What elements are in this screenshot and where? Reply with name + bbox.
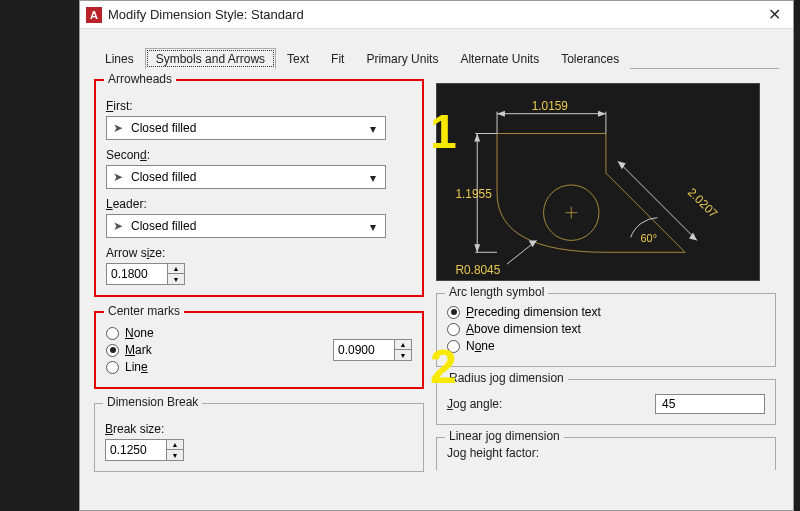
svg-line-13: [618, 161, 697, 240]
center-marks-title: Center marks: [104, 304, 184, 318]
close-button[interactable]: ✕: [759, 3, 789, 25]
tab-tolerances[interactable]: Tolerances: [550, 48, 630, 69]
center-size-input[interactable]: [334, 340, 394, 360]
first-arrowhead-value: Closed filled: [131, 121, 196, 135]
first-arrowhead-combo[interactable]: ➤ Closed filled ▾: [106, 116, 386, 140]
break-size-spinner[interactable]: ▲ ▼: [105, 439, 184, 461]
arrowheads-title: Arrowheads: [104, 72, 176, 86]
arrow-size-up[interactable]: ▲: [168, 264, 184, 274]
titlebar: A Modify Dimension Style: Standard ✕: [80, 1, 793, 29]
linear-jog-title: Linear jog dimension: [445, 429, 564, 443]
radius-jog-group: Radius jog dimension Jog angle:: [436, 379, 776, 425]
jog-height-factor-label: Jog height factor:: [447, 446, 539, 460]
center-line-radio[interactable]: Line: [106, 360, 333, 374]
center-marks-group: Center marks None Mark Line ▲ ▼: [94, 311, 424, 389]
tab-fit[interactable]: Fit: [320, 48, 355, 69]
arc-none-radio[interactable]: None: [447, 339, 765, 353]
dimension-break-group: Dimension Break Break size: ▲ ▼: [94, 403, 424, 472]
second-label: Second:: [106, 148, 412, 162]
chevron-down-icon: ▾: [365, 219, 381, 235]
chevron-down-icon: ▾: [365, 170, 381, 186]
arc-above-radio[interactable]: Above dimension text: [447, 322, 765, 336]
tab-alternate-units[interactable]: Alternate Units: [449, 48, 550, 69]
preview-dim-left: 1.1955: [455, 187, 492, 201]
arc-preceding-radio[interactable]: Preceding dimension text: [447, 305, 765, 319]
dimension-style-dialog: A Modify Dimension Style: Standard ✕ Lin…: [79, 0, 794, 511]
preview-dim-radius: R0.8045: [455, 263, 500, 277]
break-size-down[interactable]: ▼: [167, 450, 183, 460]
tab-content: Arrowheads First: ➤ Closed filled ▾ Seco…: [80, 69, 793, 89]
leader-label: Leader:: [106, 197, 412, 211]
right-column: 1.0159 1.1955 2.0207 60°: [436, 73, 776, 470]
dimension-preview: 1.0159 1.1955 2.0207 60°: [436, 83, 760, 281]
radius-jog-title: Radius jog dimension: [445, 371, 568, 385]
svg-marker-11: [474, 133, 480, 141]
break-size-label: Break size:: [105, 422, 413, 436]
linear-jog-group: Linear jog dimension Jog height factor:: [436, 437, 776, 470]
arc-length-group: Arc length symbol Preceding dimension te…: [436, 293, 776, 367]
closed-filled-icon: ➤: [113, 170, 125, 184]
second-arrowhead-value: Closed filled: [131, 170, 196, 184]
chevron-down-icon: ▾: [365, 121, 381, 137]
dimension-break-title: Dimension Break: [103, 395, 202, 409]
tab-text[interactable]: Text: [276, 48, 320, 69]
svg-marker-7: [598, 111, 606, 117]
break-size-input[interactable]: [106, 440, 166, 460]
center-none-radio[interactable]: None: [106, 326, 333, 340]
left-column: Arrowheads First: ➤ Closed filled ▾ Seco…: [94, 73, 424, 472]
closed-filled-icon: ➤: [113, 121, 125, 135]
leader-arrowhead-combo[interactable]: ➤ Closed filled ▾: [106, 214, 386, 238]
center-size-spinner[interactable]: ▲ ▼: [333, 339, 412, 361]
center-size-up[interactable]: ▲: [395, 340, 411, 350]
tab-primary-units[interactable]: Primary Units: [355, 48, 449, 69]
arrow-size-down[interactable]: ▼: [168, 274, 184, 284]
closed-filled-icon: ➤: [113, 219, 125, 233]
break-size-up[interactable]: ▲: [167, 440, 183, 450]
preview-dim-diag: 2.0207: [685, 185, 721, 221]
tabstrip: Lines Symbols and Arrows Text Fit Primar…: [94, 47, 779, 69]
jog-angle-input[interactable]: [655, 394, 765, 414]
tab-symbols-arrows[interactable]: Symbols and Arrows: [145, 48, 276, 69]
autocad-logo-icon: A: [86, 7, 102, 23]
preview-dim-angle: 60°: [641, 232, 657, 244]
second-arrowhead-combo[interactable]: ➤ Closed filled ▾: [106, 165, 386, 189]
tab-lines[interactable]: Lines: [94, 48, 145, 69]
preview-dim-top: 1.0159: [532, 99, 569, 113]
window-title: Modify Dimension Style: Standard: [108, 7, 304, 22]
svg-marker-6: [497, 111, 505, 117]
arrow-size-label: Arrow size:: [106, 246, 412, 260]
leader-arrowhead-value: Closed filled: [131, 219, 196, 233]
jog-angle-label: Jog angle:: [447, 397, 502, 411]
center-size-down[interactable]: ▼: [395, 350, 411, 360]
arrowheads-group: Arrowheads First: ➤ Closed filled ▾ Seco…: [94, 79, 424, 297]
arrow-size-spinner[interactable]: ▲ ▼: [106, 263, 185, 285]
center-mark-radio[interactable]: Mark: [106, 343, 333, 357]
arc-length-title: Arc length symbol: [445, 285, 548, 299]
svg-marker-12: [474, 244, 480, 252]
first-label: First:: [106, 99, 412, 113]
arrow-size-input[interactable]: [107, 264, 167, 284]
